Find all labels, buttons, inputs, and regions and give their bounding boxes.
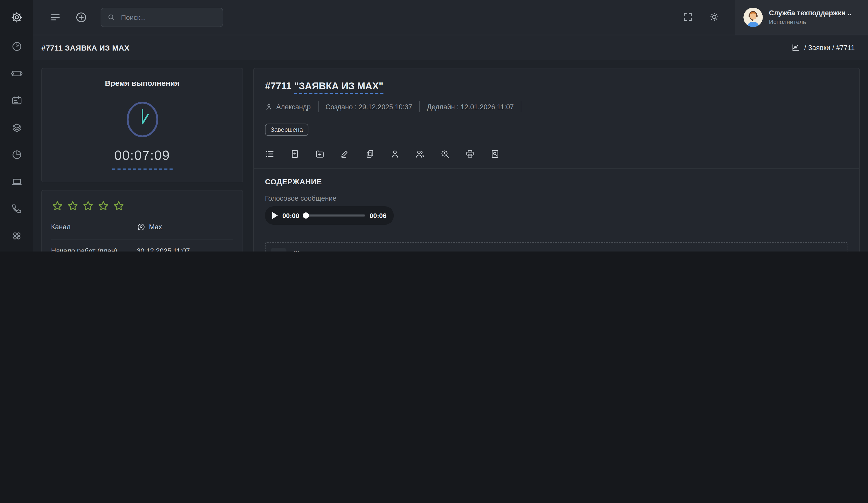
star-icon <box>51 200 64 213</box>
phone-icon[interactable] <box>11 203 22 215</box>
list-icon[interactable] <box>265 149 275 159</box>
content-heading: СОДЕРЖАНИЕ <box>265 177 848 186</box>
attachment-box: file 54.1 Kb <box>265 242 848 252</box>
page-header: #7711 ЗАЯВКА ИЗ MAX / Заявки / #7711 <box>33 35 868 60</box>
file-type-icon <box>271 248 287 252</box>
timer-underline <box>112 168 172 170</box>
settings-gear-icon[interactable] <box>10 0 23 35</box>
execution-time-card: Время выполнения 00:07:09 <box>41 68 243 182</box>
content: Время выполнения 00:07:09 <box>33 60 868 252</box>
ticket-author: Александр <box>265 103 311 111</box>
file-name[interactable]: file <box>293 250 315 252</box>
ticket-card: #7711 "ЗАЯВКА ИЗ MAX" Александр Создано … <box>253 68 860 252</box>
topbar: Служба техподдержки .. Исполнитель <box>33 0 868 35</box>
breadcrumb[interactable]: / Заявки / #7711 <box>792 43 855 52</box>
audio-total-time: 00:06 <box>370 212 387 219</box>
audio-current-time: 00:00 <box>282 212 299 219</box>
status-badge: Завершена <box>265 124 308 136</box>
execution-timer-value: 00:07:09 <box>51 147 233 163</box>
search-icon <box>107 13 115 21</box>
ticket-title: #7711 "ЗАЯВКА ИЗ MAX" <box>265 81 848 92</box>
left-column: Время выполнения 00:07:09 <box>41 68 243 252</box>
ticket-toolbar <box>254 149 859 168</box>
apps-circles-icon[interactable] <box>11 230 22 242</box>
ticket-title-quoted[interactable]: "ЗАЯВКА ИЗ MAX" <box>294 81 383 94</box>
ticket-details-card: Канал Max Начало работ (план) 30.12.2025… <box>41 190 243 252</box>
add-circle-icon[interactable] <box>75 11 87 23</box>
voice-message-label: Голосовое сообщение <box>265 195 848 202</box>
dashboard-gauge-icon[interactable] <box>11 41 22 52</box>
ticket-deadline: Дедлайн : 12.01.2026 11:07 <box>427 103 514 111</box>
user-name: Служба техподдержки .. <box>769 9 851 17</box>
user-avatar <box>743 8 763 27</box>
icon-rail <box>0 0 33 252</box>
user-role: Исполнитель <box>769 18 851 25</box>
edit-pencil-icon[interactable] <box>340 149 350 159</box>
chart-line-icon <box>792 43 800 52</box>
page-title: #7711 ЗАЯВКА ИЗ MAX <box>41 43 130 52</box>
audio-player: 00:00 00:06 <box>265 206 394 225</box>
star-icon <box>112 200 125 213</box>
main-area: Служба техподдержки .. Исполнитель #7711… <box>33 0 868 252</box>
app-root: Служба техподдержки .. Исполнитель #7711… <box>0 0 868 252</box>
audio-track[interactable] <box>304 215 365 216</box>
breadcrumb-text: / Заявки / #7711 <box>804 44 855 52</box>
star-icon <box>82 200 94 213</box>
star-icon <box>66 200 79 213</box>
tickets-icon[interactable] <box>11 68 22 79</box>
copy-icon[interactable] <box>365 149 375 159</box>
rating-stars[interactable] <box>51 200 233 213</box>
ticket-created: Создано : 29.12.2025 10:37 <box>326 103 412 111</box>
laptop-icon[interactable] <box>11 176 22 187</box>
layers-icon[interactable] <box>11 122 22 133</box>
file-search-icon[interactable] <box>490 149 500 159</box>
person-icon <box>265 103 273 111</box>
file-plus-icon[interactable] <box>290 149 300 159</box>
star-icon <box>97 200 110 213</box>
max-channel-icon <box>137 223 145 232</box>
assign-person-icon[interactable] <box>390 149 400 159</box>
fullscreen-icon[interactable] <box>682 11 694 23</box>
rail-nav <box>11 41 22 252</box>
right-column: #7711 "ЗАЯВКА ИЗ MAX" Александр Создано … <box>253 68 860 252</box>
play-button[interactable] <box>272 212 278 219</box>
detail-row-start-plan: Начало работ (план) 30.12.2025 11:07 <box>51 239 233 252</box>
search-input[interactable] <box>120 13 217 22</box>
clock-icon <box>125 101 159 138</box>
detail-row-channel: Канал Max <box>51 216 233 239</box>
search-box[interactable] <box>101 8 223 27</box>
assign-group-icon[interactable] <box>415 149 425 159</box>
user-menu[interactable]: Служба техподдержки .. Исполнитель <box>735 0 868 35</box>
audio-knob[interactable] <box>303 213 309 218</box>
calendar-icon[interactable] <box>11 95 22 106</box>
search-time-icon[interactable] <box>440 149 450 159</box>
execution-time-title: Время выполнения <box>51 79 233 87</box>
print-icon[interactable] <box>465 149 475 159</box>
theme-sun-icon[interactable] <box>709 11 721 23</box>
ticket-byline: Александр Создано : 29.12.2025 10:37 Дед… <box>265 101 848 112</box>
menu-toggle-icon[interactable] <box>50 11 62 23</box>
pie-chart-icon[interactable] <box>11 149 22 160</box>
folder-plus-icon[interactable] <box>315 149 325 159</box>
